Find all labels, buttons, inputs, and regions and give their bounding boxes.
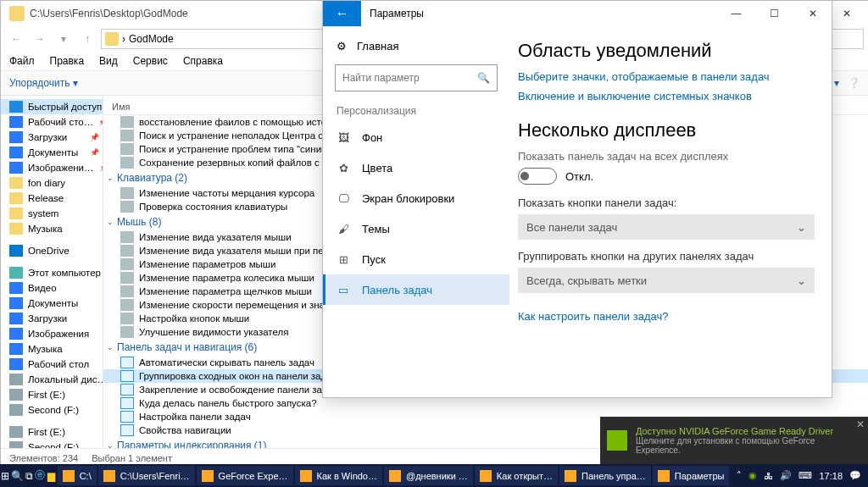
search-button[interactable]: 🔍 [11, 464, 24, 487]
sidebar-item[interactable]: system [1, 206, 103, 221]
disk-icon [9, 441, 23, 448]
item-label: Проверка состояния клавиатуры [139, 202, 287, 212]
breadcrumb[interactable]: GodMode [129, 33, 174, 45]
sidebar-item[interactable]: Видео [1, 280, 103, 296]
item-icon [120, 285, 134, 297]
sidebar-item[interactable]: Изображения [1, 326, 103, 341]
menu-Правка[interactable]: Правка [50, 55, 85, 67]
sidebar-item[interactable]: OneDrive [1, 243, 103, 258]
taskbar-app[interactable]: C:\Users\Fenri… [98, 466, 195, 485]
app-label: Как в Windo… [317, 471, 377, 481]
item-label: Настройка панели задач [139, 412, 251, 422]
sidebar-item[interactable]: First (E:) [1, 424, 103, 440]
menu-Справка[interactable]: Справка [183, 55, 223, 67]
sidebar-item[interactable]: Музыка [1, 221, 103, 236]
sidebar-item[interactable]: Рабочий стол [1, 357, 103, 372]
tray-clock[interactable]: 17:18 [819, 471, 843, 481]
back-button[interactable]: ← [6, 29, 26, 49]
sidebar-item[interactable]: Second (F:) [1, 402, 103, 418]
taskbar-app[interactable]: Параметры [653, 466, 730, 485]
sidebar-item[interactable]: Этот компьютер [1, 265, 103, 280]
system-tray[interactable]: ˄ ◉ 🖧 🔊 ⌨ 17:18 💬 [730, 470, 868, 481]
nav-item-Пуск[interactable]: ⊞Пуск [323, 244, 509, 274]
sidebar-item[interactable]: Изображени…📌 [1, 160, 103, 175]
maximize-button[interactable]: ☐ [755, 2, 793, 25]
sidebar-item[interactable]: Рабочий сто…📌 [1, 114, 103, 130]
sidebar-item[interactable]: Документы [1, 296, 103, 311]
sidebar-item[interactable]: fon diary [1, 175, 103, 191]
start-button[interactable]: ⊞ [0, 464, 11, 487]
help-icon[interactable]: ❔ [848, 77, 860, 89]
nav-item-Цвета[interactable]: ✿Цвета [323, 152, 509, 183]
folder-icon [9, 223, 23, 235]
sidebar-item[interactable]: Быстрый доступ [1, 99, 103, 114]
nav-item-Фон[interactable]: 🖼Фон [323, 122, 509, 152]
taskbar-app[interactable]: C:\ [58, 466, 97, 485]
minimize-button[interactable]: — [717, 2, 755, 25]
organize-button[interactable]: Упорядочить ▾ [9, 77, 78, 89]
back-button[interactable]: ← [323, 1, 361, 26]
recent-dropdown[interactable]: ▾ [53, 29, 74, 49]
sidebar-label: Release [28, 193, 64, 203]
list-item[interactable]: Куда делась панель быстрого запуска? [103, 396, 868, 410]
collapse-icon: ⌄ [107, 218, 114, 226]
nav-item-Панель задач[interactable]: ▭Панель задач [323, 274, 509, 305]
taskbar-app[interactable]: GeForce Expe… [197, 466, 293, 485]
nav-label: Экран блокировки [362, 192, 454, 205]
close-button[interactable]: ✕ [793, 2, 832, 25]
edge-icon[interactable]: ⓔ [35, 464, 46, 487]
tray-language-icon[interactable]: ⌨ [798, 470, 812, 481]
sidebar-item[interactable]: First (E:) [1, 387, 103, 402]
link-taskbar-help[interactable]: Как настроить панели задач? [518, 310, 815, 323]
sidebar-item[interactable]: Музыка [1, 341, 103, 357]
settings-home[interactable]: ⚙ Главная [323, 33, 509, 59]
taskbar[interactable]: ⊞ 🔍 ⧉ ⓔ ▆ C:\C:\Users\Fenri…GeForce Expe… [0, 464, 868, 487]
taskbar-app[interactable]: Панель упра… [559, 466, 651, 485]
sidebar-label: Рабочий сто… [28, 117, 93, 127]
taskbar-app[interactable]: Как открыт… [475, 466, 558, 485]
taskbar-app[interactable]: Как в Windo… [295, 466, 382, 485]
collapse-icon: ⌄ [107, 343, 114, 351]
link-select-icons[interactable]: Выберите значки, отображаемые в панели з… [518, 70, 815, 83]
settings-titlebar[interactable]: ← Параметры — ☐ ✕ [323, 1, 832, 26]
sidebar-item[interactable]: Second (F:) [1, 440, 103, 448]
menu-Сервис[interactable]: Сервис [133, 55, 168, 67]
menu-Файл[interactable]: Файл [9, 55, 35, 67]
sidebar-item[interactable]: Документы📌 [1, 145, 103, 160]
item-label: Изменение параметров мыши [139, 259, 275, 269]
task-view-button[interactable]: ⧉ [24, 464, 35, 487]
close-button[interactable]: ✕ [827, 2, 865, 25]
taskbar-app[interactable]: @дневники … [384, 466, 473, 485]
sidebar-item[interactable]: Локальный дис… [1, 372, 103, 387]
sidebar-label: system [28, 208, 58, 219]
tray-network-icon[interactable]: 🖧 [764, 471, 773, 481]
settings-search[interactable]: Найти параметр 🔍 [335, 64, 498, 91]
nav-item-Темы[interactable]: 🖌Темы [323, 213, 509, 244]
item-icon [120, 397, 134, 409]
close-icon[interactable]: ✕ [856, 418, 865, 430]
tray-notifications-icon[interactable]: 💬 [849, 470, 861, 481]
explorer-sidebar[interactable]: Быстрый доступРабочий сто…📌Загрузки📌Доку… [1, 96, 103, 448]
nvidia-notification[interactable]: Доступно NVIDIA GeForce Game Ready Drive… [600, 417, 868, 464]
explorer-icon[interactable]: ▆ [46, 464, 57, 487]
settings-nav: ⚙ Главная Найти параметр 🔍 Персонализаци… [323, 26, 509, 397]
sidebar-item[interactable]: Загрузки📌 [1, 130, 103, 145]
sidebar-item[interactable]: Release [1, 191, 103, 206]
forward-button[interactable]: → [30, 29, 50, 49]
pin-icon: 📌 [90, 133, 99, 141]
show-taskbar-all-displays-toggle[interactable] [518, 168, 557, 185]
show-buttons-dropdown[interactable]: Все панели задач⌄ [518, 214, 815, 240]
group-buttons-dropdown[interactable]: Всегда, скрывать метки⌄ [518, 268, 815, 293]
nav-item-Экран блокировки[interactable]: 🖵Экран блокировки [323, 183, 509, 213]
link-system-icons[interactable]: Включение и выключение системных значков [518, 90, 815, 102]
up-button[interactable]: ↑ [77, 29, 97, 49]
search-icon: 🔍 [477, 72, 490, 84]
tray-nvidia-icon[interactable]: ◉ [748, 470, 757, 481]
item-icon [120, 258, 134, 270]
tray-volume-icon[interactable]: 🔊 [780, 470, 792, 481]
menu-Вид[interactable]: Вид [99, 55, 118, 67]
tray-chevron-icon[interactable]: ˄ [737, 470, 742, 481]
sidebar-item[interactable]: Загрузки [1, 311, 103, 326]
heading-notification-area: Область уведомлений [518, 40, 815, 62]
nav-icon: 🖌 [337, 222, 350, 235]
